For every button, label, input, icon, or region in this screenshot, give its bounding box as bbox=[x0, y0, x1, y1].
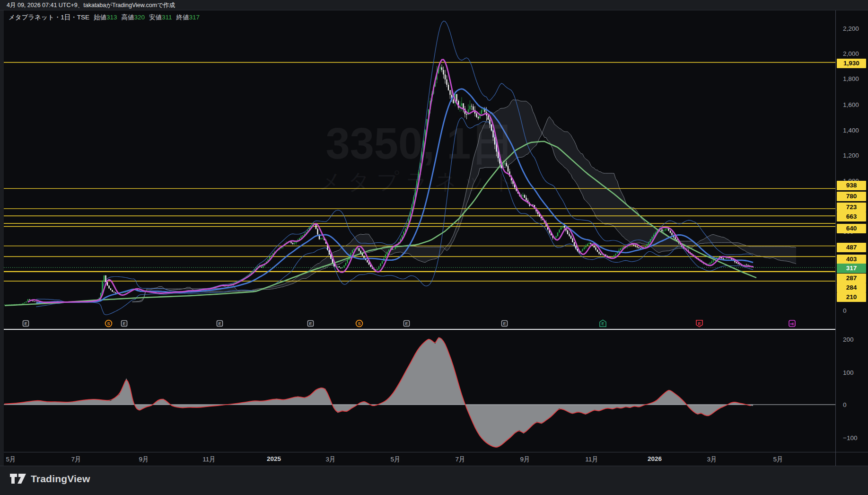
split-badge[interactable]: S bbox=[355, 319, 363, 327]
price-level-badge[interactable]: 780 bbox=[837, 192, 866, 201]
price-axis-label: 1,200 bbox=[843, 152, 859, 159]
oscillator-axis-label: 200 bbox=[843, 336, 854, 343]
price-level-badge[interactable]: 1,930 bbox=[837, 59, 866, 68]
legend-symbol-text[interactable]: メタプラネット・1日・TSE bbox=[9, 14, 89, 21]
price-axis-label: 2,200 bbox=[843, 25, 859, 32]
creation-info-bar: 4月 09, 2026 07:41 UTC+9、takatabaがTrading… bbox=[0, 0, 868, 10]
svg-text:E: E bbox=[503, 321, 506, 326]
last-price-badge[interactable]: 317 bbox=[837, 264, 866, 273]
price-level-badge[interactable]: 403 bbox=[837, 255, 866, 264]
time-axis-label: 5月 bbox=[390, 455, 400, 464]
pane-separator[interactable] bbox=[4, 329, 835, 330]
oscillator-axis-label: 0 bbox=[843, 401, 847, 408]
creation-info-text: 4月 09, 2026 07:41 UTC+9、takatabaがTrading… bbox=[7, 2, 175, 9]
legend-ohlc-value: 320 bbox=[134, 14, 145, 21]
legend-ohlc-label: 高値 bbox=[122, 14, 134, 21]
price-level-badge[interactable]: 284 bbox=[837, 283, 866, 292]
earnings-badge[interactable]: E bbox=[120, 319, 128, 327]
earnings-badge[interactable]: E bbox=[403, 319, 411, 327]
earnings-badge[interactable]: E bbox=[695, 319, 703, 327]
legend-ohlc-value: 311 bbox=[162, 14, 172, 21]
tradingview-brand-text: TradingView bbox=[31, 473, 90, 485]
chart-area[interactable]: 3350, 1日 メタプラネット メタプラネット・1日・TSE始値313高値32… bbox=[4, 10, 835, 466]
tradingview-logo[interactable]: TradingView bbox=[9, 472, 90, 486]
legend-ohlc-label: 終値 bbox=[176, 14, 189, 21]
earnings-badge[interactable]: E bbox=[216, 319, 224, 327]
price-axis[interactable]: 2,2002,0001,8001,6001,4001,2001,00060002… bbox=[835, 10, 868, 466]
price-level-badge[interactable]: 723 bbox=[837, 203, 866, 212]
tradingview-chart-window: 4月 09, 2026 07:41 UTC+9、takatabaがTrading… bbox=[0, 0, 868, 495]
svg-text:E: E bbox=[123, 321, 125, 326]
time-axis-label: 7月 bbox=[455, 455, 465, 464]
svg-text:S: S bbox=[358, 321, 360, 326]
price-pane[interactable] bbox=[4, 10, 835, 329]
svg-text:E: E bbox=[601, 321, 604, 326]
price-level-badge[interactable]: 663 bbox=[837, 212, 866, 221]
svg-text:E: E bbox=[405, 321, 408, 326]
left-margin-strip bbox=[0, 10, 4, 466]
svg-text:≈E: ≈E bbox=[789, 322, 794, 326]
time-axis-label: 5月 bbox=[6, 455, 16, 464]
time-axis-label: 11月 bbox=[585, 455, 598, 464]
split-badge[interactable]: S bbox=[105, 319, 113, 327]
tradingview-logo-icon bbox=[9, 472, 26, 486]
price-axis-label: 1,400 bbox=[843, 127, 859, 134]
time-axis[interactable]: 5月7月9月11月20253月5月7月9月11月20263月5月 bbox=[4, 452, 835, 466]
time-axis-label: 3月 bbox=[325, 455, 335, 464]
svg-text:S: S bbox=[107, 321, 110, 326]
oscillator-pane[interactable] bbox=[4, 329, 835, 452]
legend-ohlc-value: 313 bbox=[106, 14, 117, 21]
time-axis-label: 2026 bbox=[648, 455, 662, 462]
time-axis-label: 9月 bbox=[520, 455, 530, 464]
svg-text:E: E bbox=[218, 321, 221, 326]
legend-ohlc-label: 安値 bbox=[149, 14, 162, 21]
earnings-badge[interactable]: E bbox=[307, 319, 315, 327]
legend-ohlc-label: 始値 bbox=[94, 14, 106, 21]
svg-text:E: E bbox=[24, 321, 27, 326]
time-axis-label: 5月 bbox=[773, 455, 783, 464]
earnings-badge[interactable]: E bbox=[599, 319, 607, 327]
svg-text:E: E bbox=[309, 321, 312, 326]
price-axis-label: 2,000 bbox=[843, 50, 859, 57]
svg-text:E: E bbox=[698, 321, 701, 326]
time-axis-label: 9月 bbox=[139, 455, 149, 464]
earnings-badge[interactable]: E bbox=[500, 319, 509, 327]
event-badge-row: ESEEESEEEE≈E bbox=[4, 319, 835, 329]
footer-bar: TradingView bbox=[0, 466, 868, 495]
price-axis-label: 1,600 bbox=[843, 101, 859, 108]
time-axis-label: 3月 bbox=[707, 455, 717, 464]
oscillator-axis-label: 100 bbox=[843, 369, 854, 376]
price-axis-label: 1,800 bbox=[843, 75, 859, 82]
earnings-badge[interactable]: ≈E bbox=[788, 319, 796, 327]
price-level-badge[interactable]: 210 bbox=[837, 292, 866, 302]
earnings-badge[interactable]: E bbox=[22, 319, 30, 327]
legend-ohlc-value: 317 bbox=[189, 14, 200, 21]
price-level-badge[interactable]: 640 bbox=[837, 224, 866, 233]
price-level-badge[interactable]: 287 bbox=[837, 274, 866, 283]
time-axis-label: 11月 bbox=[202, 455, 216, 464]
oscillator-axis-label: −100 bbox=[843, 434, 857, 442]
time-axis-label: 2025 bbox=[267, 455, 281, 462]
legend-ohlc-values: 始値313高値320安値311終値317 bbox=[89, 14, 200, 21]
symbol-legend[interactable]: メタプラネット・1日・TSE始値313高値320安値311終値317 bbox=[9, 13, 200, 22]
price-level-badge[interactable]: 938 bbox=[837, 181, 866, 190]
time-axis-label: 7月 bbox=[71, 455, 81, 464]
price-axis-pane-divider bbox=[836, 452, 868, 452]
price-axis-label: 0 bbox=[843, 307, 847, 314]
price-level-badge[interactable]: 487 bbox=[837, 243, 866, 252]
